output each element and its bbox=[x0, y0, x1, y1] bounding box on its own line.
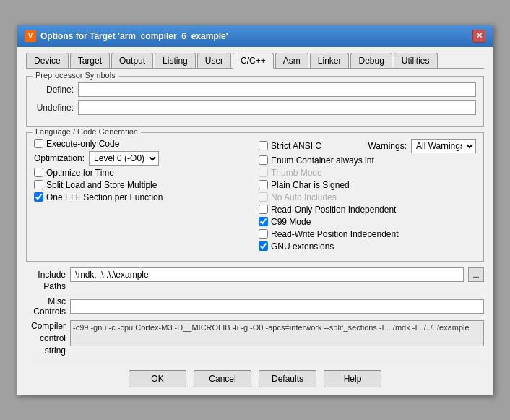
c99-mode-checkbox[interactable] bbox=[259, 217, 268, 226]
gnu-extensions-label: GNU extensions bbox=[271, 241, 334, 252]
define-row: Define: bbox=[34, 82, 476, 97]
misc-controls-input[interactable] bbox=[70, 299, 484, 314]
include-paths-row: Include Paths ... bbox=[26, 267, 484, 293]
read-only-pi-checkbox[interactable] bbox=[259, 205, 268, 214]
dialog-title: Options for Target 'arm_compiler_6_examp… bbox=[40, 31, 228, 41]
execute-only-label: Execute-only Code bbox=[46, 139, 119, 149]
enum-container-row: Enum Container always int bbox=[259, 155, 476, 166]
c99-mode-row: C99 Mode bbox=[259, 217, 476, 227]
define-input[interactable] bbox=[78, 82, 476, 97]
one-elf-label: One ELF Section per Function bbox=[46, 192, 163, 202]
strict-ansi-checkbox[interactable] bbox=[259, 141, 268, 150]
undefine-input[interactable] bbox=[78, 100, 476, 115]
no-auto-includes-row: No Auto Includes bbox=[259, 192, 476, 202]
left-column: Execute-only Code Optimization: Level 0 … bbox=[34, 139, 251, 254]
bottom-buttons: OK Cancel Defaults Help bbox=[26, 364, 484, 387]
options-dialog: V Options for Target 'arm_compiler_6_exa… bbox=[17, 25, 493, 396]
compiler-control-label: Compiler control string bbox=[26, 320, 66, 356]
optimize-time-label: Optimize for Time bbox=[46, 168, 114, 178]
warnings-row: Strict ANSI C Warnings: All Warnings bbox=[259, 139, 476, 153]
optimize-time-checkbox[interactable] bbox=[34, 168, 43, 177]
preprocessor-section: Preprocessor Symbols Define: Undefine: bbox=[26, 76, 484, 127]
undefine-label: Undefine: bbox=[34, 103, 74, 113]
title-bar: V Options for Target 'arm_compiler_6_exa… bbox=[17, 25, 493, 47]
read-write-pi-label: Read-Write Position Independent bbox=[271, 229, 399, 239]
misc-controls-row: Misc Controls bbox=[26, 296, 484, 317]
tab-linker[interactable]: Linker bbox=[310, 53, 350, 68]
tab-target[interactable]: Target bbox=[70, 53, 110, 68]
tab-user[interactable]: User bbox=[197, 53, 231, 68]
define-label: Define: bbox=[34, 85, 74, 95]
tab-bar: Device Target Output Listing User C/C++ … bbox=[26, 53, 484, 69]
undefine-row: Undefine: bbox=[34, 100, 476, 115]
read-only-pi-row: Read-Only Position Independent bbox=[259, 205, 476, 215]
c99-mode-label: C99 Mode bbox=[271, 217, 311, 227]
split-load-row: Split Load and Store Multiple bbox=[34, 180, 251, 190]
strict-ansi-row: Strict ANSI C bbox=[259, 141, 321, 151]
preprocessor-label: Preprocessor Symbols bbox=[33, 71, 118, 80]
warnings-select[interactable]: All Warnings bbox=[411, 139, 476, 153]
help-button[interactable]: Help bbox=[324, 370, 381, 387]
dialog-body: Device Target Output Listing User C/C++ … bbox=[17, 47, 493, 395]
optimization-row: Optimization: Level 0 (-O0) bbox=[34, 151, 251, 166]
one-elf-checkbox[interactable] bbox=[34, 192, 43, 202]
cancel-button[interactable]: Cancel bbox=[194, 370, 251, 387]
read-only-pi-label: Read-Only Position Independent bbox=[271, 205, 396, 215]
enum-container-label: Enum Container always int bbox=[271, 155, 374, 166]
read-write-pi-checkbox[interactable] bbox=[259, 229, 268, 239]
gnu-extensions-checkbox[interactable] bbox=[259, 241, 268, 251]
execute-only-checkbox[interactable] bbox=[34, 139, 43, 148]
plain-char-row: Plain Char is Signed bbox=[259, 180, 476, 190]
optimize-time-row: Optimize for Time bbox=[34, 168, 251, 178]
thumb-mode-label: Thumb Mode bbox=[271, 168, 322, 178]
language-label: Language / Code Generation bbox=[33, 127, 141, 136]
tab-listing[interactable]: Listing bbox=[155, 53, 196, 68]
split-load-checkbox[interactable] bbox=[34, 180, 43, 189]
plain-char-checkbox[interactable] bbox=[259, 180, 268, 189]
tab-cpp[interactable]: C/C++ bbox=[233, 53, 274, 69]
close-button[interactable]: ✕ bbox=[472, 30, 485, 43]
browse-button[interactable]: ... bbox=[468, 267, 484, 282]
language-section: Language / Code Generation Execute-only … bbox=[26, 132, 484, 262]
optimization-label: Optimization: bbox=[34, 153, 85, 163]
right-column: Strict ANSI C Warnings: All Warnings Enu… bbox=[259, 139, 476, 254]
compiler-control-row: Compiler control string -c99 -gnu -c -cp… bbox=[26, 320, 484, 356]
optimization-select[interactable]: Level 0 (-O0) bbox=[89, 151, 159, 166]
thumb-mode-row: Thumb Mode bbox=[259, 168, 476, 178]
tab-device[interactable]: Device bbox=[26, 53, 69, 68]
one-elf-row: One ELF Section per Function bbox=[34, 192, 251, 202]
ok-button[interactable]: OK bbox=[129, 370, 186, 387]
tab-utilities[interactable]: Utilities bbox=[394, 53, 438, 68]
no-auto-includes-label: No Auto Includes bbox=[271, 192, 337, 202]
warnings-label: Warnings: bbox=[368, 141, 407, 151]
include-paths-input[interactable] bbox=[70, 267, 464, 282]
title-bar-left: V Options for Target 'arm_compiler_6_exa… bbox=[25, 30, 228, 42]
plain-char-label: Plain Char is Signed bbox=[271, 180, 350, 190]
compiler-control-string: -c99 -gnu -c -cpu Cortex-M3 -D__MICROLIB… bbox=[70, 320, 484, 346]
defaults-button[interactable]: Defaults bbox=[259, 370, 316, 387]
tab-output[interactable]: Output bbox=[111, 53, 153, 68]
tab-asm[interactable]: Asm bbox=[275, 53, 308, 68]
thumb-mode-checkbox[interactable] bbox=[259, 168, 268, 177]
read-write-pi-row: Read-Write Position Independent bbox=[259, 229, 476, 239]
enum-container-checkbox[interactable] bbox=[259, 155, 268, 165]
include-paths-label: Include Paths bbox=[26, 267, 66, 293]
app-icon: V bbox=[25, 30, 36, 42]
strict-ansi-label: Strict ANSI C bbox=[271, 141, 321, 151]
tab-debug[interactable]: Debug bbox=[350, 53, 392, 68]
execute-only-row: Execute-only Code bbox=[34, 139, 251, 149]
gnu-extensions-row: GNU extensions bbox=[259, 241, 476, 252]
misc-controls-label: Misc Controls bbox=[26, 296, 66, 317]
no-auto-includes-checkbox[interactable] bbox=[259, 192, 268, 202]
split-load-label: Split Load and Store Multiple bbox=[46, 180, 157, 190]
